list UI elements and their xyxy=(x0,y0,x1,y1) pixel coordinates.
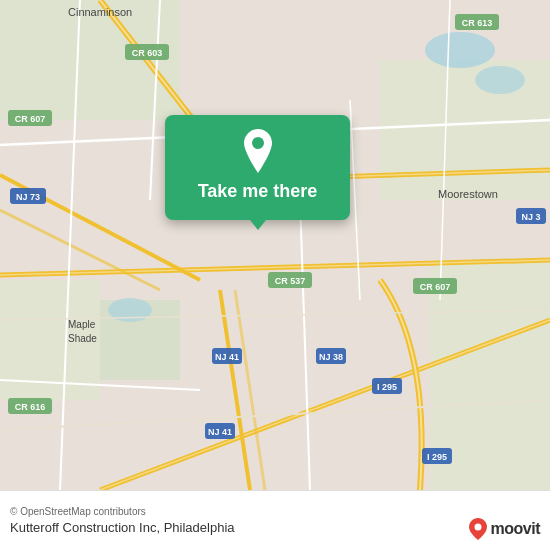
svg-text:NJ 3: NJ 3 xyxy=(521,212,540,222)
svg-text:NJ 41: NJ 41 xyxy=(215,352,239,362)
take-me-there-button[interactable]: Take me there xyxy=(165,115,350,220)
button-label: Take me there xyxy=(198,181,318,202)
svg-text:CR 603: CR 603 xyxy=(132,48,163,58)
map-container: CR 613 CR 603 CR 607 NJ 73 Moorestown NJ… xyxy=(0,0,550,490)
moovit-text: moovit xyxy=(491,520,540,538)
svg-text:I 295: I 295 xyxy=(427,452,447,462)
svg-text:CR 607: CR 607 xyxy=(15,114,46,124)
map-svg: CR 613 CR 603 CR 607 NJ 73 Moorestown NJ… xyxy=(0,0,550,490)
moovit-badge: moovit xyxy=(469,518,540,540)
svg-text:Maple: Maple xyxy=(68,319,96,330)
svg-text:CR 616: CR 616 xyxy=(15,402,46,412)
moovit-pin-icon xyxy=(469,518,487,540)
svg-text:CR 537: CR 537 xyxy=(275,276,306,286)
copyright-text: © OpenStreetMap contributors xyxy=(10,506,235,517)
location-attribution: Kutteroff Construction Inc, Philadelphia xyxy=(10,520,235,535)
svg-text:NJ 73: NJ 73 xyxy=(16,192,40,202)
svg-text:NJ 38: NJ 38 xyxy=(319,352,343,362)
location-pin-icon xyxy=(240,129,276,173)
svg-text:Cinnaminson: Cinnaminson xyxy=(68,6,132,18)
svg-point-60 xyxy=(252,137,264,149)
footer: © OpenStreetMap contributors Kutteroff C… xyxy=(0,490,550,550)
svg-text:I 295: I 295 xyxy=(377,382,397,392)
svg-text:NJ 41: NJ 41 xyxy=(208,427,232,437)
svg-text:CR 607: CR 607 xyxy=(420,282,451,292)
svg-text:CR 613: CR 613 xyxy=(462,18,493,28)
svg-point-61 xyxy=(474,524,481,531)
svg-point-7 xyxy=(475,66,525,94)
svg-text:Moorestown: Moorestown xyxy=(438,188,498,200)
svg-point-6 xyxy=(425,32,495,68)
svg-text:Shade: Shade xyxy=(68,333,97,344)
